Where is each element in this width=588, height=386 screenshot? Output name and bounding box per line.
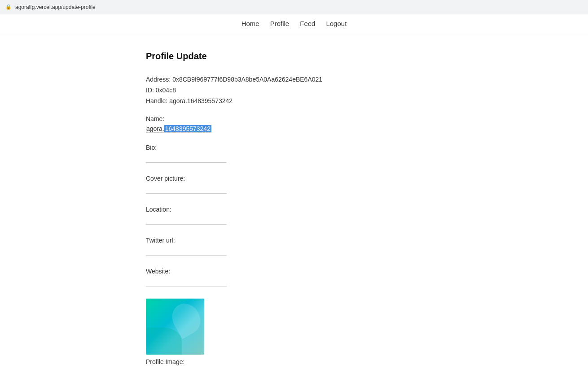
name-label: Name: — [146, 115, 442, 122]
id-line: ID: 0x04c8 — [146, 87, 442, 94]
nav-logout[interactable]: Logout — [326, 20, 347, 27]
main-content: Profile Update Address: 0x8CB9f969777f6D… — [137, 51, 451, 365]
handle-label: Handle: — [146, 97, 167, 104]
bio-form-group: Bio: — [146, 144, 442, 164]
location-input-line — [146, 216, 227, 225]
handle-value: agora.1648395573242 — [169, 97, 233, 104]
name-highlighted: 1648395573242 — [164, 125, 211, 132]
website-input-line — [146, 278, 227, 286]
info-block: Address: 0x8CB9f969777f6D98b3A8be5A0Aa62… — [146, 76, 442, 104]
profile-image-group: Profile Image: — [146, 299, 442, 365]
cover-picture-label: Cover picture: — [146, 175, 442, 182]
lock-icon: 🔒 — [5, 4, 12, 10]
twitter-url-label: Twitter url: — [146, 237, 442, 244]
nav-home[interactable]: Home — [241, 20, 259, 27]
address-label: Address: — [146, 76, 171, 83]
bio-label: Bio: — [146, 144, 442, 151]
cover-picture-input-line — [146, 185, 227, 194]
website-form-group: Website: — [146, 268, 442, 288]
nav-profile[interactable]: Profile — [270, 20, 290, 27]
handle-line: Handle: agora.1648395573242 — [146, 97, 442, 104]
twitter-input-line — [146, 247, 227, 256]
name-input-wrapper: agora.1648395573242 — [146, 125, 211, 133]
location-form-group: Location: — [146, 206, 442, 226]
profile-image-preview — [146, 299, 204, 355]
id-value: 0x04c8 — [156, 87, 176, 94]
twitter-form-group: Twitter url: — [146, 237, 442, 257]
cover-picture-form-group: Cover picture: — [146, 175, 442, 195]
address-line: Address: 0x8CB9f969777f6D98b3A8be5A0Aa62… — [146, 76, 442, 83]
name-prefix: agora. — [146, 125, 164, 132]
profile-image-label: Profile Image: — [146, 358, 442, 365]
id-label: ID: — [146, 87, 154, 94]
browser-bar: 🔒 agoralfg.vercel.app/update-profile — [0, 0, 588, 14]
nav-feed[interactable]: Feed — [300, 20, 315, 27]
main-nav: Home Profile Feed Logout — [0, 14, 588, 33]
browser-url: agoralfg.vercel.app/update-profile — [15, 4, 96, 10]
bio-input-line — [146, 154, 227, 163]
location-label: Location: — [146, 206, 442, 213]
address-value: 0x8CB9f969777f6D98b3A8be5A0Aa62624eBE6A0… — [172, 76, 322, 83]
name-form-group: Name: agora.1648395573242 — [146, 115, 442, 133]
page-title: Profile Update — [146, 51, 442, 61]
website-label: Website: — [146, 268, 442, 275]
